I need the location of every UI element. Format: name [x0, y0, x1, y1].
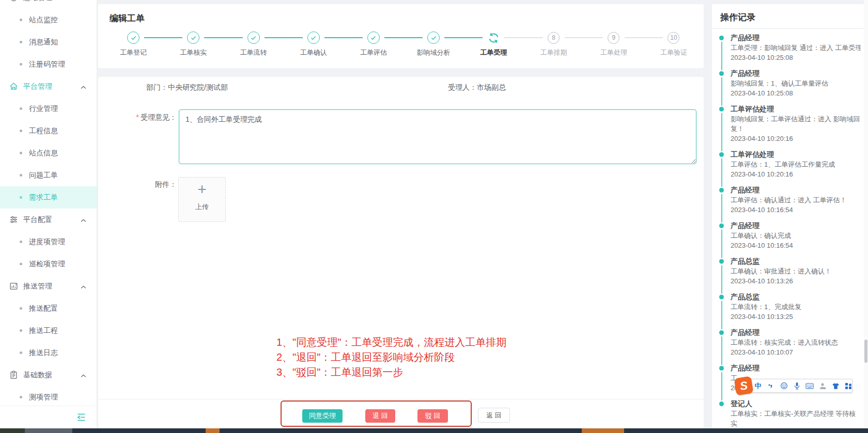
bullet-icon	[20, 196, 22, 199]
config-icon	[9, 215, 18, 224]
check-circle-icon	[247, 31, 260, 44]
step-1: 工单登记	[103, 31, 163, 57]
edit-workorder-form-card: 部门：中央研究院/测试部 受理人：市场副总 *受理意见： 1、合同外工单受理完成…	[98, 77, 704, 428]
taskbar-segment	[582, 428, 624, 433]
sidebar-item-push-config[interactable]: 推送配置	[0, 297, 97, 319]
page-title: 编辑工单	[110, 12, 145, 24]
timeline-entry: 工单评估处理 工单评估：1、工单评估工作量完成 2023-04-10 10:20…	[712, 150, 864, 185]
data-icon	[9, 371, 18, 379]
sidebar-item-issue-workorder[interactable]: 问题工单	[0, 164, 97, 186]
chevron-up-icon	[81, 371, 86, 379]
chevron-up-icon	[81, 282, 86, 291]
step-4: 工单确认	[284, 31, 344, 57]
check-circle-icon	[307, 31, 320, 44]
back-button[interactable]: 返 回	[478, 408, 510, 423]
punctuation-icon[interactable]	[767, 382, 775, 390]
upload-label: 上传	[179, 202, 225, 212]
sidebar-group-platform-mgmt[interactable]: 平台管理	[0, 75, 97, 98]
opinion-textarea[interactable]: 1、合同外工单受理完成	[179, 109, 696, 164]
operation-record-panel: 操作记录 产品经理 工单受理：影响域回复 通过：进入 工单受理！ 2023-04…	[712, 4, 864, 428]
sidebar-item-measure-mgmt[interactable]: 测项管理	[0, 386, 97, 408]
scrollbar-thumb[interactable]	[864, 340, 867, 363]
page-scrollbar[interactable]	[864, 0, 868, 433]
emoji-icon[interactable]	[780, 382, 788, 390]
required-asterisk: *	[136, 113, 139, 121]
timeline-entry: 产品经理 工单评估：确认通过：进入 工单评估！ 2023-04-10 10:16…	[712, 185, 864, 221]
step-10: 10 工单验证	[644, 31, 704, 57]
bullet-icon	[20, 41, 22, 43]
plus-icon: +	[179, 178, 225, 201]
sidebar-item-push-project[interactable]: 推送工程	[0, 319, 97, 342]
check-circle-icon	[427, 31, 440, 44]
reject-button[interactable]: 驳 回	[417, 409, 448, 423]
step-6: 影响域分析	[404, 31, 463, 57]
sidebar-group-ops-mgmt[interactable]: 运维管理	[0, 0, 97, 9]
panel-divider	[712, 28, 864, 29]
taskbar-segment	[0, 428, 25, 433]
timeline-entry: 产品总监 工单确认：审批通过：进入确认！ 2023-04-10 10:13:26	[712, 256, 864, 292]
edit-workorder-header-card: 编辑工单 工单登记 工单核实 工单流转 工单确认	[98, 4, 704, 68]
dept-row: 部门：中央研究院/测试部 受理人：市场副总	[98, 83, 704, 93]
sidebar-group-platform-config[interactable]: 平台配置	[0, 209, 97, 231]
upload-dropzone[interactable]: + 上传	[178, 177, 226, 222]
step-3: 工单流转	[223, 31, 283, 57]
bullet-icon	[20, 130, 22, 132]
timeline-entry: 登记人 工单核实：工单核实-关联产品经理 等待核实	[712, 399, 864, 428]
sidebar-item-push-log[interactable]: 推送日志	[0, 342, 97, 364]
accept-button[interactable]: 同意受理	[302, 409, 343, 423]
handler-field: 受理人：市场副总	[448, 83, 506, 92]
collapse-sidebar-icon[interactable]	[76, 413, 86, 422]
person-icon[interactable]: 20	[818, 382, 827, 390]
sidebar-item-inspection-mgmt[interactable]: 巡检项管理	[0, 253, 97, 275]
toolbox-icon[interactable]	[844, 382, 853, 390]
sidebar-item-site-info[interactable]: 站点信息	[0, 142, 97, 164]
department-value: 中央研究院/测试部	[168, 83, 228, 91]
svg-text:20: 20	[824, 387, 826, 389]
bullet-icon	[20, 174, 22, 177]
sidebar-item-project-info[interactable]: 工程信息	[0, 120, 97, 142]
step-number-circle: 10	[668, 32, 679, 44]
chevron-up-icon	[81, 0, 86, 2]
sogou-ime-toolbar: S 中20	[738, 379, 853, 393]
operation-record-title: 操作记录	[720, 11, 856, 23]
voice-icon[interactable]	[793, 382, 801, 390]
bullet-icon	[20, 63, 22, 66]
ime-icons: 中20	[754, 382, 853, 390]
sidebar-item-msg-notice[interactable]: 消息通知	[0, 31, 97, 53]
bullet-icon	[20, 152, 22, 154]
step-9: 9 工单处理	[584, 31, 644, 57]
timeline-entry: 工单评估处理 影响域回复：工单评估通过：进入 影响域回复！ 2023-04-10…	[712, 104, 864, 150]
step-2: 工单核实	[163, 31, 223, 57]
sidebar-item-site-monitor[interactable]: 站点监控	[0, 9, 97, 31]
bullet-icon	[20, 19, 22, 21]
annotation-notes: 1、"同意受理"：工单受理完成，流程进入工单排期 2、"退回"：工单退回至影响域…	[276, 335, 506, 380]
sidebar-item-regcode-mgmt[interactable]: 注册码管理	[0, 53, 97, 75]
footer-divider	[98, 399, 704, 399]
timeline-entry: 产品总监 工单流转：1、完成批复 2023-04-10 10:13:25	[712, 292, 864, 328]
bullet-icon	[20, 329, 22, 332]
department-label: 部门：	[146, 83, 168, 91]
timeline-entry: 产品经理 工单确认：确认完成 2023-04-10 10:16:54	[712, 221, 864, 256]
return-button[interactable]: 退 回	[365, 409, 395, 423]
sidebar-menu: 运维管理 站点监控 消息通知 注册码管理	[0, 0, 97, 408]
bullet-icon	[20, 396, 22, 398]
sidebar-group-base-data[interactable]: 基础数据	[0, 364, 97, 386]
sidebar-group-push-mgmt[interactable]: 推送管理	[0, 275, 97, 297]
sidebar-item-progress-mgmt[interactable]: 进度项管理	[0, 231, 97, 253]
step-7: 工单受理	[463, 31, 523, 57]
chevron-up-icon	[81, 83, 86, 91]
step-number-circle: 8	[548, 32, 560, 44]
step-8: 8 工单排期	[523, 31, 583, 57]
bullet-icon	[20, 240, 22, 243]
chinese-mode-icon[interactable]: 中	[754, 382, 762, 390]
sogou-logo-icon[interactable]: S	[734, 376, 754, 396]
check-circle-icon	[127, 31, 140, 44]
department-field: 部门：中央研究院/测试部	[146, 83, 228, 92]
skin-icon[interactable]	[831, 382, 840, 390]
handler-label: 受理人：	[448, 83, 477, 91]
sidebar-item-industry-mgmt[interactable]: 行业管理	[0, 98, 97, 120]
keyboard-icon[interactable]	[805, 382, 814, 390]
taskbar-segment	[206, 428, 220, 433]
attachment-label: 附件：	[128, 180, 177, 189]
sidebar-item-demand-workorder[interactable]: 需求工单	[0, 186, 97, 209]
